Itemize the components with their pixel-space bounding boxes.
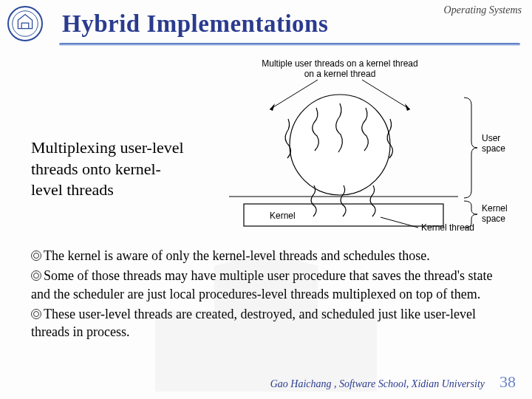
- svg-point-12: [290, 95, 390, 195]
- university-logo-icon: [7, 6, 43, 41]
- page-number: 38: [499, 372, 516, 392]
- svg-text:space: space: [482, 214, 505, 224]
- kernel-box-label: Kernel: [270, 211, 296, 221]
- svg-point-3: [8, 7, 42, 41]
- point-2: Some of those threads may have multiple …: [31, 267, 504, 303]
- user-space-label: User: [482, 133, 500, 143]
- kernel-space-label: Kernel: [482, 203, 508, 214]
- point-3: These user-level threads are created, de…: [31, 305, 504, 341]
- bullet-icon: [31, 309, 41, 319]
- svg-text:on a kernel thread: on a kernel thread: [304, 69, 376, 79]
- bullet-icon: [31, 270, 41, 281]
- svg-marker-9: [270, 103, 275, 111]
- bullet-icon: [31, 250, 41, 261]
- slide-title: Hybrid Implementations: [62, 10, 328, 38]
- svg-marker-11: [405, 103, 410, 111]
- thread-diagram: Multiple user threads on a kernel thread…: [200, 56, 510, 236]
- svg-text:Multiple user threads on a ker: Multiple user threads on a kernel thread: [262, 58, 417, 69]
- svg-text:space: space: [482, 143, 505, 154]
- point-1: The kernel is aware of only the kernel-l…: [31, 247, 504, 265]
- diagram-caption: Multiplexing user-level threads onto ker…: [31, 56, 186, 201]
- slide-header: Hybrid Implementations Operating Systems: [0, 0, 532, 41]
- bullet-points: The kernel is aware of only the kernel-l…: [0, 236, 532, 341]
- slide-footer: Gao Haichang , Software School, Xidian U…: [270, 372, 516, 392]
- course-tag: Operating Systems: [444, 4, 522, 16]
- footer-author: Gao Haichang , Software School, Xidian U…: [270, 378, 485, 390]
